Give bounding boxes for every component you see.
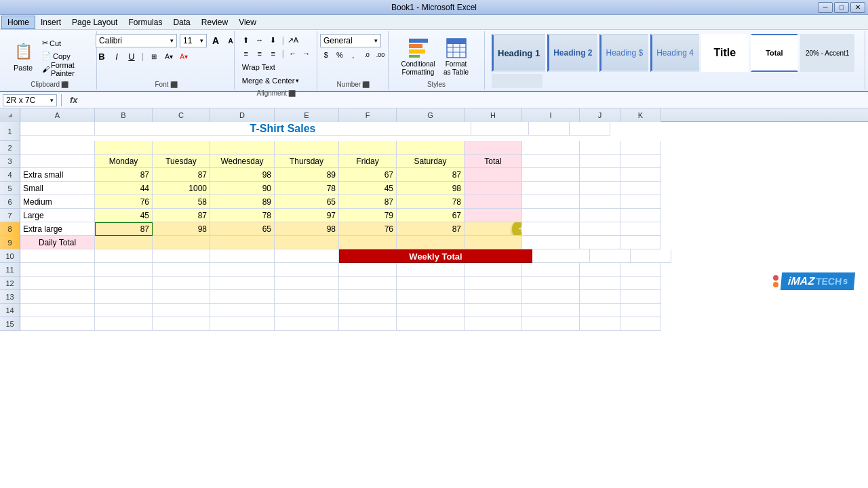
clipboard-expand-icon[interactable]: ⬛: [61, 81, 68, 88]
cell-a7[interactable]: Large: [20, 209, 95, 222]
col-header-k[interactable]: K: [620, 108, 661, 122]
cell-e15[interactable]: [275, 317, 339, 331]
cell-d7[interactable]: 78: [210, 209, 275, 222]
row-header-6[interactable]: 6: [0, 195, 20, 209]
cell-i12[interactable]: [522, 277, 580, 290]
cell-g6[interactable]: 78: [397, 195, 465, 209]
cell-i6[interactable]: [522, 195, 580, 209]
cell-h14[interactable]: [465, 304, 522, 317]
indent-increase-button[interactable]: →: [300, 47, 313, 60]
cell-d12[interactable]: [210, 277, 275, 290]
cell-c15[interactable]: [153, 317, 210, 331]
cell-f2[interactable]: [339, 141, 397, 155]
cell-k15[interactable]: [620, 317, 661, 331]
cell-a15[interactable]: [20, 317, 95, 331]
decrease-decimal-button[interactable]: .0: [361, 49, 373, 61]
format-painter-button[interactable]: 🖌 Format Painter: [40, 63, 91, 75]
cell-k5[interactable]: [620, 182, 661, 195]
cell-j10[interactable]: [590, 249, 631, 263]
cell-f9[interactable]: [339, 236, 397, 249]
cell-k9[interactable]: [620, 236, 661, 249]
cell-e5[interactable]: 78: [275, 182, 339, 195]
row-header-7[interactable]: 7: [0, 209, 20, 222]
cell-e14[interactable]: [275, 304, 339, 317]
number-format-selector[interactable]: General ▾: [320, 34, 381, 47]
row-header-5[interactable]: 5: [0, 182, 20, 195]
cell-weekly-total[interactable]: Weekly Total: [339, 249, 532, 263]
heading2-style[interactable]: Heading 2: [547, 34, 597, 72]
cell-k2[interactable]: [620, 141, 661, 155]
cell-a5[interactable]: Small: [20, 182, 95, 195]
col-header-h[interactable]: H: [465, 108, 522, 122]
comma-button[interactable]: ,: [347, 49, 359, 61]
cell-b6[interactable]: 76: [95, 195, 153, 209]
cell-k8[interactable]: [620, 222, 661, 236]
cell-c3[interactable]: Tuesday: [153, 155, 210, 168]
cell-c5[interactable]: 1000: [153, 182, 210, 195]
cell-h2[interactable]: [465, 141, 522, 155]
merge-center-button[interactable]: Merge & Center ▾: [240, 75, 302, 87]
cell-d4[interactable]: 98: [210, 168, 275, 182]
conditional-formatting-button[interactable]: ConditionalFormatting: [401, 35, 436, 78]
cell-h3[interactable]: Total: [465, 155, 522, 168]
cell-c9[interactable]: [153, 236, 210, 249]
col-header-j[interactable]: J: [580, 108, 620, 122]
cell-j9[interactable]: [580, 236, 620, 249]
cell-f15[interactable]: [339, 317, 397, 331]
cell-g5[interactable]: 98: [397, 182, 465, 195]
cell-d8[interactable]: 65: [210, 222, 275, 236]
cell-a4[interactable]: Extra small: [20, 168, 95, 182]
row-header-12[interactable]: 12: [0, 277, 20, 290]
heading3-style[interactable]: Heading $: [599, 34, 648, 72]
cell-i8[interactable]: [522, 222, 580, 236]
row-header-3[interactable]: 3: [0, 155, 20, 168]
cell-g14[interactable]: [397, 304, 465, 317]
cell-k13[interactable]: [620, 290, 661, 304]
cell-k7[interactable]: [620, 209, 661, 222]
cell-b4[interactable]: 87: [95, 168, 153, 182]
menu-view[interactable]: View: [233, 16, 262, 29]
cell-j13[interactable]: [580, 290, 620, 304]
font-name-selector[interactable]: Calibri ▾: [96, 34, 177, 47]
row-header-2[interactable]: 2: [0, 141, 20, 155]
cell-c12[interactable]: [153, 277, 210, 290]
cell-k12[interactable]: [620, 277, 661, 290]
cell-e9[interactable]: [275, 236, 339, 249]
cell-d6[interactable]: 89: [210, 195, 275, 209]
border-button[interactable]: ⊞: [148, 50, 160, 62]
menu-home[interactable]: Home: [1, 16, 35, 29]
cell-j12[interactable]: [580, 277, 620, 290]
cell-j4[interactable]: [580, 168, 620, 182]
heading1-style[interactable]: Heading 1: [492, 34, 545, 72]
cut-button[interactable]: ✂ Cut: [40, 37, 91, 49]
cell-b7[interactable]: 45: [95, 209, 153, 222]
menu-data[interactable]: Data: [167, 16, 195, 29]
accent2-style[interactable]: 20% - Accent: [492, 74, 542, 88]
cell-h4[interactable]: [465, 168, 522, 182]
align-center-button[interactable]: ≡: [254, 47, 266, 60]
row-header-14[interactable]: 14: [0, 304, 20, 317]
title-style[interactable]: Title: [701, 34, 749, 72]
cell-i11[interactable]: [522, 263, 580, 277]
row-header-4[interactable]: 4: [0, 168, 20, 182]
cell-g7[interactable]: 67: [397, 209, 465, 222]
cell-b14[interactable]: [95, 304, 153, 317]
font-expand-icon[interactable]: ⬛: [170, 81, 178, 88]
formula-input[interactable]: [85, 94, 865, 106]
font-size-selector[interactable]: 11 ▾: [180, 34, 207, 47]
cell-e6[interactable]: 65: [275, 195, 339, 209]
cell-k3[interactable]: [620, 155, 661, 168]
cell-j7[interactable]: [580, 209, 620, 222]
cell-a6[interactable]: Medium: [20, 195, 95, 209]
cell-d2[interactable]: [210, 141, 275, 155]
align-left-button[interactable]: ≡: [240, 47, 252, 60]
cell-f13[interactable]: [339, 290, 397, 304]
cell-b10[interactable]: [95, 249, 153, 263]
col-header-a[interactable]: A: [20, 108, 95, 122]
fill-color-button[interactable]: A▾: [163, 50, 175, 62]
cell-f14[interactable]: [339, 304, 397, 317]
accent1-style[interactable]: 20% - Accent1: [800, 34, 854, 72]
row-header-9[interactable]: 9: [0, 236, 20, 249]
cell-k6[interactable]: [620, 195, 661, 209]
cell-f6[interactable]: 87: [339, 195, 397, 209]
